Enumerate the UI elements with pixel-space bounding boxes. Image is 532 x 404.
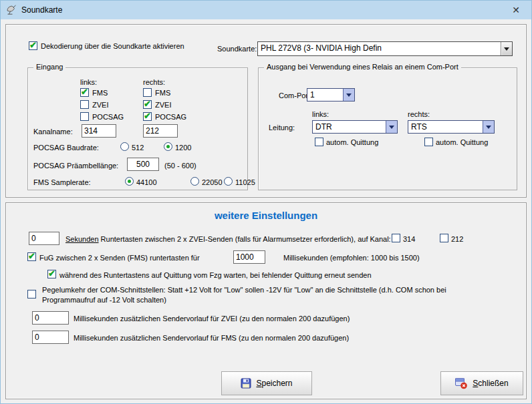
samplerate-22050-radio[interactable] [190,177,199,186]
baudrate-label: POCSAG Baudrate: [33,143,99,152]
pegelumkehr-label: Pegelumkehr der COM-Schnittstellen: Stat… [42,285,487,305]
baudrate-512-label: 512 [132,143,144,152]
chevron-down-icon [389,126,394,129]
eingang-rechts-fms-checkbox[interactable] [143,88,152,97]
fug-runtertasten-checkbox[interactable] [27,252,36,261]
eingang-links-label: links: [80,77,97,87]
zvei-sekunden-label-underlined: Sekunden [65,235,99,243]
fug-runtertasten-label: FuG zwischen 2 x Senden (FMS) runtertast… [39,253,200,262]
leitung-links-combobox[interactable]: DTR [312,120,398,134]
comport-dropdown-button[interactable] [343,89,354,101]
eingang-rechts-label: rechts: [143,77,165,87]
soundkarte-dialog: Soundkarte ✕ Dekodierung über die Soundk… [0,0,532,404]
speichern-rest: peichern [261,379,292,388]
decode-checkbox[interactable] [29,41,37,50]
schliessen-rest: chließen [478,379,508,388]
leitung-rechts-dropdown-button[interactable] [483,121,494,133]
eingang-rechts-zvei-label: ZVEI [155,100,171,110]
samplerate-44100-radio[interactable] [125,177,134,186]
leitung-links-dropdown-button[interactable] [386,121,397,133]
weitere-einstellungen-heading: weitere Einstellungen [6,210,526,221]
fug-millisekunden-suffix: Millisekunden (empfohlen: 1000 bis 1500) [283,253,420,262]
kanal-314-checkbox[interactable] [392,234,400,242]
pegelumkehr-checkbox[interactable] [27,290,36,298]
eingang-links-fms-label: FMS [92,88,108,97]
quittung-rechts-label: autom. Quittung [436,138,488,147]
kanal-212-label: 212 [451,234,463,244]
soundcard-value: PHL 272V8 (3- NVIDIA High Defin [258,42,501,55]
eingang-links-zvei-checkbox[interactable] [80,100,89,109]
chevron-down-icon [486,126,491,129]
sendervorlauf-zvei-label: Millisekunden zusätzlichen Sendervorlauf… [74,314,350,323]
praeambel-range-label: (50 - 600) [164,161,196,170]
zvei-sekunden-label: Sekunden Runtertasten zwischen 2 x ZVEI-… [65,234,391,244]
kanalname-label: Kanalname: [33,127,73,136]
eingang-rechts-pocsag-label: POCSAG [155,112,186,122]
kanal-314-label: 314 [403,234,415,244]
comport-combobox[interactable]: 1 [307,88,355,102]
schliessen-button-label: Schließen [473,379,508,388]
leitung-rechts-label: rechts: [408,110,430,119]
leitung-rechts-combobox[interactable]: RTS [408,120,495,134]
samplerate-44100-label: 44100 [136,178,157,187]
comport-value: 1 [307,89,343,101]
fug-millisekunden-input[interactable] [233,250,265,264]
praeambel-input[interactable] [127,158,159,171]
quittung-links-label: autom. Quittung [326,138,378,147]
soundcard-label: Soundkarte: [217,44,257,53]
leitung-rechts-value: RTS [408,121,483,133]
zvei-sekunden-input[interactable] [29,232,59,245]
eingang-rechts-zvei-checkbox[interactable] [143,100,152,109]
eingang-group-title: Eingang [33,63,65,71]
top-panel: Dekodierung über die Soundkarte aktivier… [5,24,527,198]
close-window-button[interactable]: ✕ [501,1,531,19]
sendervorlauf-fms-input[interactable] [32,331,69,344]
praeambel-label: POCSAG Präambellänge: [33,161,118,170]
sendervorlauf-zvei-input[interactable] [32,311,69,325]
quittung-warten-label: während des Runtertastens auf Quittung v… [59,270,372,280]
ausgang-group: Ausgang bei Verwendung eines Relais an e… [258,67,517,190]
samplerate-22050-label: 22050 [202,178,223,187]
samplerate-11025-label: 11025 [235,178,255,187]
speichern-button[interactable]: Speichern [221,371,312,395]
samplerate-label: FMS Samplerate: [33,178,91,187]
save-floppy-icon [241,378,251,389]
eingang-links-pocsag-label: POCSAG [92,112,124,122]
baudrate-1200-label: 1200 [175,143,191,152]
kanalname-rechts-input[interactable] [143,124,178,138]
decode-label: Dekodierung über die Soundkarte aktivier… [41,41,184,51]
zvei-sekunden-label-rest: Runtertasten zwischen 2 x ZVEI-Senden (f… [99,235,391,243]
speichern-button-label: Speichern [256,379,292,388]
close-window-red-x-icon [455,378,468,389]
leitung-label: Leitung: [269,123,295,132]
ausgang-group-title: Ausgang bei Verwendung eines Relais an e… [264,63,461,71]
kanal-212-checkbox[interactable] [440,234,448,242]
eingang-rechts-fms-label: FMS [155,88,170,97]
close-icon: ✕ [512,5,520,15]
bottom-panel: weitere Einstellungen Sekunden Runtertas… [5,202,527,399]
eingang-group: Eingang links: rechts: FMS FMS ZVEI ZVEI… [27,67,248,190]
baudrate-512-radio[interactable] [120,142,129,151]
soundcard-dropdown-button[interactable] [501,42,512,55]
quittung-warten-checkbox[interactable] [47,270,56,278]
eingang-links-zvei-label: ZVEI [92,100,108,110]
leitung-links-value: DTR [313,121,386,133]
soundcard-combobox[interactable]: PHL 272V8 (3- NVIDIA High Defin [257,41,513,56]
sendervorlauf-fms-label: Millisekunden zusätzlichen Sendervorlauf… [74,333,349,343]
chevron-down-icon [504,47,509,51]
baudrate-1200-radio[interactable] [164,142,172,151]
schliessen-button[interactable]: Schließen [440,371,523,395]
titlebar: Soundkarte ✕ [1,1,531,19]
chevron-down-icon [346,93,352,97]
app-icon [6,5,17,15]
quittung-links-checkbox[interactable] [315,138,323,146]
window-title: Soundkarte [21,5,62,15]
eingang-links-pocsag-checkbox[interactable] [80,112,89,121]
kanalname-links-input[interactable] [82,124,116,138]
eingang-rechts-pocsag-checkbox[interactable] [143,112,152,121]
eingang-links-fms-checkbox[interactable] [80,88,89,97]
samplerate-11025-radio[interactable] [224,177,233,186]
quittung-rechts-checkbox[interactable] [424,138,433,146]
leitung-links-label: links: [312,110,329,119]
